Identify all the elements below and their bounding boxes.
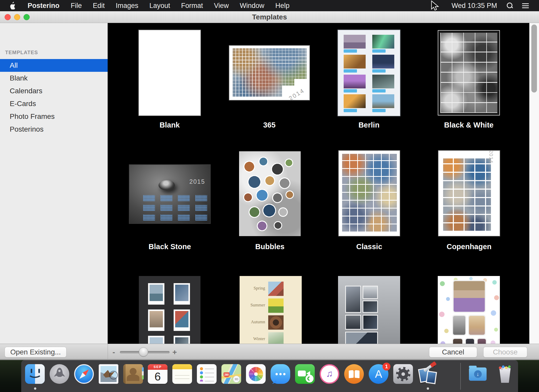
menu-layout[interactable]: Layout bbox=[149, 2, 170, 10]
menu-file[interactable]: File bbox=[71, 2, 82, 10]
downloads-folder-icon: ↓ bbox=[468, 364, 488, 384]
sidebar-item-blank[interactable]: Blank bbox=[0, 72, 108, 85]
dock-item-finder[interactable] bbox=[25, 364, 45, 384]
dock-item-photos[interactable] bbox=[246, 364, 266, 384]
template-label-classic: Classic bbox=[339, 242, 400, 251]
menu-format[interactable]: Format bbox=[181, 2, 203, 10]
reminders-icon bbox=[197, 364, 217, 384]
template-card-bubbles[interactable] bbox=[239, 151, 301, 236]
menu-view[interactable]: View bbox=[214, 2, 229, 10]
dock-separator bbox=[460, 363, 461, 390]
calendar-grid-row bbox=[143, 195, 207, 201]
template-card-berlin[interactable] bbox=[338, 30, 400, 116]
photos-icon bbox=[246, 364, 266, 384]
dock-item-itunes[interactable]: ♫ bbox=[320, 364, 339, 384]
calendar-month: SEP bbox=[148, 364, 167, 370]
template-card-copenhagen[interactable]: 2014 bbox=[439, 151, 500, 236]
template-card-black-and-white[interactable] bbox=[438, 30, 500, 116]
zoom-slider-knob[interactable] bbox=[139, 347, 148, 356]
calendar-grid-row bbox=[143, 214, 207, 221]
dock-item-system-preferences[interactable] bbox=[393, 364, 413, 384]
dock-item-mail[interactable] bbox=[99, 364, 118, 384]
dock-item-trash[interactable] bbox=[495, 364, 515, 384]
dock-item-calendar[interactable]: SEP 6 bbox=[148, 364, 167, 384]
window-title: Templates bbox=[0, 11, 539, 23]
dock-item-contacts[interactable] bbox=[123, 364, 143, 384]
menu-items: File Edit Images Layout Format View Wind… bbox=[71, 2, 290, 10]
template-label-black-and-white: Black & White bbox=[438, 121, 500, 129]
contacts-icon bbox=[123, 364, 143, 384]
notes-icon bbox=[172, 364, 192, 384]
toolbar-divider bbox=[108, 344, 108, 359]
menu-images[interactable]: Images bbox=[116, 2, 139, 10]
menu-help[interactable]: Help bbox=[275, 2, 290, 10]
dock-item-posterino[interactable] bbox=[418, 364, 437, 384]
dock-item-facetime[interactable] bbox=[295, 364, 315, 384]
dock-item-reminders[interactable] bbox=[197, 364, 217, 384]
sidebar-header: TEMPLATES bbox=[5, 50, 38, 55]
template-card-row3-4[interactable] bbox=[438, 276, 500, 344]
sidebar-item-ecards[interactable]: E-Cards bbox=[0, 97, 108, 110]
dock-item-launchpad[interactable] bbox=[50, 364, 69, 384]
template-card-blank[interactable] bbox=[139, 30, 200, 116]
template-label-black-stone: Black Stone bbox=[129, 242, 210, 251]
dock-item-app-store[interactable]: A 1 bbox=[369, 364, 388, 384]
sidebar-item-calendars[interactable]: Calendars bbox=[0, 85, 108, 97]
template-card-row3-2[interactable]: Spring Summer Autumn Winter bbox=[240, 276, 302, 344]
sidebar-item-all[interactable]: All bbox=[0, 59, 108, 72]
template-label-blank: Blank bbox=[139, 121, 200, 129]
cancel-button[interactable]: Cancel bbox=[429, 347, 477, 358]
screen: Posterino File Edit Images Layout Format… bbox=[0, 0, 539, 392]
dock: SEP 6 280 3D bbox=[21, 360, 518, 392]
finder-icon bbox=[25, 364, 45, 384]
running-indicator bbox=[34, 387, 36, 390]
dock-item-notes[interactable] bbox=[172, 364, 192, 384]
template-card-row3-1[interactable] bbox=[139, 276, 200, 344]
menu-bar: Posterino File Edit Images Layout Format… bbox=[0, 0, 539, 11]
open-existing-button[interactable]: Open Existing... bbox=[5, 347, 66, 358]
template-card-classic[interactable] bbox=[339, 151, 400, 236]
sidebar-item-posterinos[interactable]: Posterinos bbox=[0, 123, 108, 136]
season-label-summer: Summer bbox=[240, 303, 265, 308]
sidebar: TEMPLATES All Blank Calendars E-Cards Ph… bbox=[0, 23, 108, 344]
messages-icon bbox=[271, 364, 290, 384]
dock-item-safari[interactable] bbox=[74, 364, 94, 384]
sidebar-list: All Blank Calendars E-Cards Photo Frames… bbox=[0, 59, 108, 136]
window-title-bar[interactable]: Templates bbox=[0, 11, 539, 23]
template-label-365: 365 bbox=[229, 121, 309, 129]
scrollbar-thumb[interactable] bbox=[531, 25, 537, 93]
apple-menu-icon[interactable] bbox=[9, 2, 16, 9]
scrollbar-track[interactable] bbox=[529, 23, 539, 344]
choose-button[interactable]: Choose bbox=[483, 347, 527, 358]
menu-window[interactable]: Window bbox=[240, 2, 264, 10]
template-card-black-stone[interactable]: 2015 bbox=[129, 165, 210, 223]
dock-item-messages[interactable] bbox=[271, 364, 290, 384]
template-grid: Blank 2014 365 Berlin Black & White bbox=[108, 23, 539, 344]
maps-icon: 280 3D bbox=[221, 364, 241, 384]
sidebar-item-photo-frames[interactable]: Photo Frames bbox=[0, 110, 108, 123]
posterino-icon bbox=[418, 364, 437, 384]
facetime-icon bbox=[295, 364, 315, 384]
season-label-autumn: Autumn bbox=[240, 319, 265, 325]
year-caption: 2014 bbox=[488, 150, 494, 164]
running-indicator bbox=[427, 387, 429, 390]
template-label-copenhagen: Copenhagen bbox=[439, 242, 500, 251]
app-menu-posterino[interactable]: Posterino bbox=[28, 2, 60, 10]
calendar-grid-row bbox=[143, 205, 207, 211]
spotlight-search-icon[interactable] bbox=[506, 2, 513, 9]
photo-mosaic-thumbnail bbox=[232, 48, 307, 97]
dock-item-ibooks[interactable] bbox=[344, 364, 364, 384]
system-preferences-icon bbox=[393, 364, 413, 384]
template-card-365[interactable]: 2014 bbox=[229, 46, 309, 100]
menu-edit[interactable]: Edit bbox=[93, 2, 105, 10]
notification-center-icon[interactable] bbox=[522, 3, 529, 8]
mail-icon bbox=[99, 364, 118, 384]
dock-item-downloads[interactable]: ↓ bbox=[468, 364, 488, 384]
maps-3d-badge: 3D bbox=[233, 376, 240, 383]
dock-item-maps[interactable]: 280 3D bbox=[221, 364, 241, 384]
year-caption: 2015 bbox=[189, 178, 205, 185]
bw-photo-grid-thumbnail bbox=[440, 33, 497, 113]
menu-clock[interactable]: Wed 10:35 PM bbox=[452, 2, 497, 10]
template-card-row3-3[interactable] bbox=[338, 276, 400, 344]
maps-road-badge: 280 bbox=[223, 372, 230, 377]
